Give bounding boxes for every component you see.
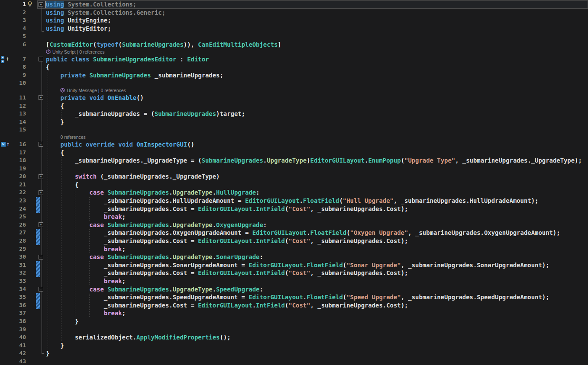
code-token: ; [122, 246, 126, 253]
codelens-indicator[interactable]: 0 references [60, 134, 85, 140]
code-token [46, 310, 104, 317]
fold-margin [37, 229, 46, 237]
code-line[interactable]: 28 _submarineUpgrades.Cost = EditorGUILa… [0, 237, 588, 245]
code-line[interactable]: 40 serializedObject.ApplyModifiedPropert… [0, 333, 588, 342]
code-token: ) [216, 173, 220, 180]
code-line[interactable]: 18 _submarineUpgrades._UpgradeType = (Su… [0, 157, 588, 165]
glyph-margin [0, 301, 10, 310]
code-line[interactable]: 17 { [0, 149, 588, 157]
bulb-margin [26, 32, 37, 41]
code-editor[interactable]: 1-using System.Collections;2using System… [0, 0, 588, 365]
codelens-indicator[interactable]: Unity Script | 0 references [52, 49, 105, 54]
code-line[interactable]: 38 } [0, 317, 588, 326]
code-token: _submarineUpgrades._UpgradeType = [46, 157, 198, 164]
glyph-margin: ↑ [0, 55, 10, 64]
code-token [46, 253, 89, 260]
code-line[interactable]: 26- case SubmarineUpgrades.UpgradeType.O… [0, 221, 588, 229]
code-token: UnityEditor [64, 25, 107, 32]
fold-toggle-icon[interactable]: - [39, 222, 43, 227]
codelens-indicator[interactable]: Unity Message | 0 references [67, 88, 126, 93]
change-tracking-bar [36, 261, 40, 269]
code-line[interactable]: 4using UnityEditor; [0, 25, 588, 33]
fold-toggle-icon[interactable]: - [39, 95, 43, 100]
code-line[interactable]: 39 [0, 326, 588, 334]
code-token: _submarineUpgrades._UpgradeType [104, 173, 216, 180]
code-token: "Sonar Upgrade" [346, 262, 401, 269]
code-token: typeof [97, 41, 118, 48]
fold-toggle-icon[interactable]: - [39, 142, 43, 147]
code-text: } [46, 118, 588, 126]
glyph-margin [0, 197, 10, 205]
fold-toggle-icon[interactable]: - [39, 57, 43, 61]
fold-toggle-icon[interactable]: - [39, 174, 43, 179]
code-line[interactable]: 6[CustomEditor(typeof(SubmarineUpgrades)… [0, 41, 588, 49]
line-number: 1 [10, 0, 26, 9]
code-token: "Hull Upgrade" [343, 197, 394, 204]
code-line[interactable]: 8{ [0, 63, 588, 71]
code-line[interactable]: 19 [0, 165, 588, 173]
code-line[interactable]: 22- case SubmarineUpgrades.UpgradeType.H… [0, 189, 588, 197]
code-line[interactable]: ↑7-public class SubmarineUpgradesEditor … [0, 55, 588, 64]
code-line[interactable]: 11- private void OnEnable() [0, 94, 588, 102]
line-number: 40 [10, 333, 26, 342]
code-token [46, 189, 89, 196]
code-token: . [303, 262, 307, 269]
fold-toggle-icon[interactable]: - [39, 287, 43, 291]
code-line[interactable]: 31 _submarineUpgrades.SonarUpgradeAmount… [0, 261, 588, 269]
code-token: ); [553, 229, 560, 236]
code-line[interactable]: 24 _submarineUpgrades.Cost = EditorGUILa… [0, 205, 588, 213]
code-line[interactable]: 29 break; [0, 245, 588, 253]
code-line[interactable]: 27 _submarineUpgrades.OxygenUpgradeAmoun… [0, 229, 588, 237]
code-line[interactable]: 33 break; [0, 277, 588, 285]
code-token: ( [100, 173, 103, 180]
code-line[interactable]: 12 { [0, 102, 588, 110]
code-token: System.Collections; [64, 1, 136, 8]
code-line[interactable]: 34- case SubmarineUpgrades.UpgradeType.S… [0, 285, 588, 294]
fold-toggle-icon[interactable]: - [39, 255, 43, 259]
code-token: : [259, 253, 263, 260]
unity-icon [60, 88, 67, 93]
bulb-margin [26, 358, 37, 365]
code-token: , _submarineUpgrades.SpeedUpgradeAmount [401, 294, 542, 301]
code-token: EditorGUILayout [310, 157, 365, 164]
glyph-margin [0, 126, 10, 134]
code-token: () [136, 94, 144, 101]
inheritance-margin-icon[interactable]: ↑ [1, 56, 8, 63]
fold-margin [37, 102, 46, 110]
code-line[interactable]: 13 _submarineUpgrades = (SubmarineUpgrad… [0, 110, 588, 118]
code-line[interactable]: 35 _submarineUpgrades.SpeedUpgradeAmount… [0, 293, 588, 301]
code-line[interactable]: 32 _submarineUpgrades.Cost = EditorGUILa… [0, 269, 588, 277]
codelens-row[interactable]: 0 references [0, 134, 588, 141]
code-line[interactable]: 23 _submarineUpgrades.HullUpdradeAmount … [0, 197, 588, 205]
code-token: FloatField [307, 262, 343, 269]
code-line[interactable]: 21 { [0, 181, 588, 189]
code-line[interactable]: 42} [0, 349, 588, 358]
code-line[interactable]: 9 private SubmarineUpgrades _submarineUp… [0, 71, 588, 80]
codelens-row[interactable]: Unity Script | 0 references [0, 49, 588, 55]
code-token [46, 342, 60, 349]
code-line[interactable]: 37 break; [0, 309, 588, 317]
code-line[interactable]: 25 break; [0, 213, 588, 221]
fold-margin [37, 301, 46, 310]
line-number: 24 [10, 205, 26, 213]
code-line[interactable]: 43 [0, 358, 588, 365]
codelens-row[interactable]: Unity Message | 0 references [0, 87, 588, 94]
up-arrow-icon: ↑ [6, 56, 9, 63]
code-line[interactable]: 30- case SubmarineUpgrades.UpgradeType.S… [0, 253, 588, 261]
code-line[interactable]: 20- switch (_submarineUpgrades._UpgradeT… [0, 173, 588, 181]
code-line[interactable]: 1-using System.Collections; [0, 0, 588, 9]
override-margin-icon[interactable]: O↑ [1, 142, 8, 147]
change-tracking-bar [36, 205, 40, 213]
code-token: , _submarineUpgrades.Cost [310, 269, 401, 276]
code-line[interactable]: 3using UnityEngine; [0, 16, 588, 25]
code-line[interactable]: 5 [0, 32, 588, 41]
code-line[interactable]: 15 [0, 126, 588, 134]
fold-toggle-icon[interactable]: - [39, 2, 43, 7]
code-line[interactable]: 36 _submarineUpgrades.Cost = EditorGUILa… [0, 301, 588, 310]
code-line[interactable]: 14 } [0, 118, 588, 126]
code-line[interactable]: O↑16- public override void OnInspectorGU… [0, 141, 588, 149]
code-line[interactable]: 10 [0, 79, 588, 87]
fold-toggle-icon[interactable]: - [39, 190, 43, 195]
code-line[interactable]: 2using System.Collections.Generic; [0, 9, 588, 17]
code-line[interactable]: 41 } [0, 342, 588, 350]
